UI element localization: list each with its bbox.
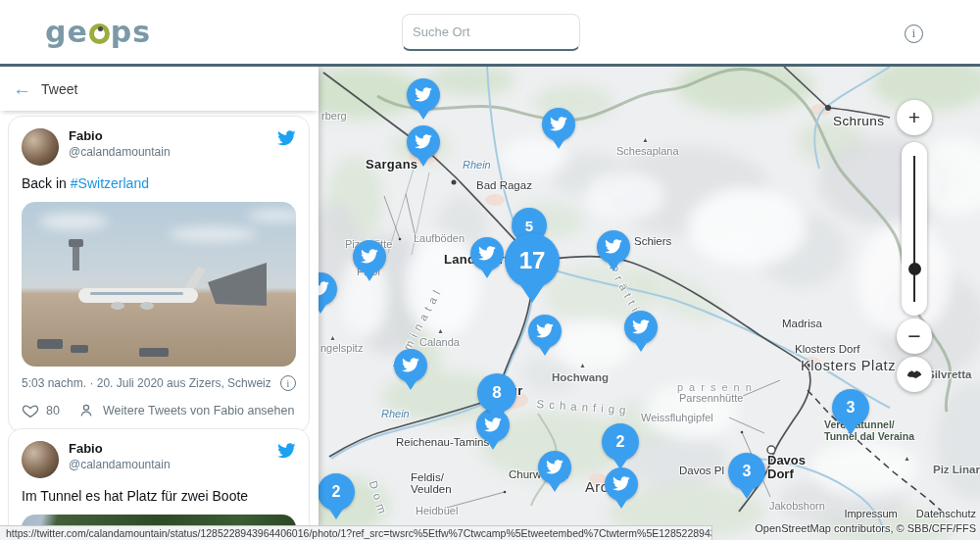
cluster-marker[interactable]: 3 <box>728 453 765 490</box>
browser-status-bar: https://twitter.com/calandamountain/stat… <box>0 525 712 540</box>
twitter-bird-icon <box>549 115 567 133</box>
map-label: Dom <box>368 479 391 519</box>
osm-copyright: OpenStreetMap contributors, © SBB/CFF/FF… <box>755 522 976 534</box>
map-label: ▲ <box>904 455 910 462</box>
app-header: geps <box>0 0 980 67</box>
twitter-bird-icon <box>414 132 432 151</box>
tweet-marker[interactable] <box>528 315 562 348</box>
hashtag-link[interactable]: #Switzerland <box>71 175 149 191</box>
avatar[interactable] <box>22 441 59 478</box>
map-annotation-layer: rbergSargansRheinBad RagazSchruns▲Schesa… <box>318 67 980 540</box>
cluster-count: 2 <box>332 483 341 501</box>
zoom-slider-track <box>913 156 915 302</box>
person-icon <box>77 402 95 419</box>
tweet-card[interactable]: Fabio @calandamountain Back in #Switzerl… <box>8 116 310 432</box>
map-label: Klosters Platz <box>801 358 896 373</box>
twitter-bird-icon <box>318 279 330 298</box>
map-canvas[interactable]: rbergSargansRheinBad RagazSchruns▲Schesa… <box>318 67 980 540</box>
map-label: ngelspitz <box>320 342 363 354</box>
map-label: Bad Ragaz <box>476 179 532 191</box>
info-button[interactable] <box>905 25 923 43</box>
tweet-author-handle: @calandamountain <box>69 457 276 472</box>
twitter-bird-icon <box>483 416 502 434</box>
cluster-count: 3 <box>847 399 856 417</box>
map-label: Madrisa <box>782 318 822 329</box>
zoom-slider[interactable] <box>902 142 927 316</box>
tweet-marker[interactable] <box>394 349 427 382</box>
tweet-marker[interactable] <box>542 108 575 141</box>
twitter-bird-icon <box>545 458 564 476</box>
zoom-slider-handle[interactable] <box>908 263 921 275</box>
tweet-marker[interactable] <box>353 240 386 273</box>
tweet-marker[interactable] <box>470 237 504 270</box>
tweet-timestamp: 5:03 nachm. · 20. Juli 2020 aus Zizers, … <box>22 376 271 390</box>
panel-header: ← Tweet <box>0 67 318 111</box>
cluster-marker[interactable]: 2 <box>602 423 639 461</box>
tweet-author-handle: @calandamountain <box>69 144 276 160</box>
map-label: Silvretta <box>927 368 971 380</box>
zoom-out-button[interactable]: − <box>897 319 932 354</box>
map-label: Klosters Dorf <box>795 343 859 355</box>
impressum-link[interactable]: Impressum <box>844 508 897 519</box>
map-label: Schruns <box>833 114 884 128</box>
cluster-marker[interactable]: 17 <box>505 233 560 288</box>
like-count: 80 <box>46 404 60 417</box>
like-heart-icon[interactable] <box>22 402 39 419</box>
tweet-marker[interactable] <box>407 78 440 112</box>
airplane <box>61 261 267 319</box>
fit-switzerland-button[interactable] <box>897 357 932 392</box>
map-label: Davos <box>767 453 806 467</box>
map-label: ▲ <box>579 362 586 368</box>
cluster-count: 17 <box>519 247 546 274</box>
info-icon[interactable] <box>280 375 296 391</box>
tweet-author-name: Fabio <box>69 128 276 144</box>
cluster-count: 2 <box>616 433 625 451</box>
cluster-marker[interactable]: 8 <box>477 373 516 413</box>
tweet-photo-airport[interactable] <box>22 202 296 367</box>
cluster-marker[interactable]: 2 <box>318 473 355 511</box>
back-button[interactable]: ← <box>13 79 31 98</box>
cluster-count: 5 <box>525 218 533 234</box>
twitter-bird-icon <box>612 474 630 493</box>
map-label: Tunnel dal Veraina <box>824 430 914 442</box>
tweet-marker[interactable] <box>407 125 440 159</box>
zoom-in-button[interactable]: + <box>897 100 932 135</box>
tweet-author-name: Fabio <box>69 441 276 457</box>
map-label: rberg <box>321 110 347 122</box>
minus-icon: − <box>907 323 920 350</box>
map-attribution: Impressum Datenschutz OpenStreetMap cont… <box>755 508 976 534</box>
tweet-marker[interactable] <box>318 272 337 306</box>
cluster-count: 8 <box>492 383 501 403</box>
map-label: Sargans <box>366 157 417 172</box>
tweet-marker[interactable] <box>538 451 571 484</box>
twitter-bird-icon <box>360 247 378 266</box>
map-label: Dorf <box>767 466 794 481</box>
tweet-card[interactable]: Fabio @calandamountain Im Tunnel es hat … <box>8 428 310 540</box>
twitter-bird-icon <box>535 321 554 340</box>
avatar[interactable] <box>22 128 59 166</box>
search-input[interactable] <box>413 25 585 39</box>
map-label: Rhein <box>381 408 410 419</box>
tweet-body: Back in #Switzerland <box>22 174 296 193</box>
datenschutz-link[interactable]: Datenschutz <box>916 508 976 519</box>
more-tweets-link[interactable]: Weitere Tweets von Fabio ansehen <box>103 404 295 417</box>
geops-map-app: rbergSargansRheinBad RagazSchruns▲Schesa… <box>0 0 980 540</box>
map-label: ▲ <box>437 327 444 334</box>
twitter-logo-icon[interactable] <box>276 441 296 461</box>
tweet-marker[interactable] <box>605 467 638 501</box>
map-label: Veulden <box>411 483 452 495</box>
map-label: Piz Linard <box>933 464 980 475</box>
tweet-body: Im Tunnel es hat Platz für zwei Boote <box>22 487 296 506</box>
tweet-marker[interactable] <box>624 311 658 344</box>
map-label: Calanda <box>419 336 460 348</box>
map-label: Parsennhütte <box>679 392 743 404</box>
map-label: Feldis/ <box>411 471 444 483</box>
tweet-marker[interactable] <box>597 230 630 264</box>
cluster-marker[interactable]: 3 <box>832 389 869 426</box>
geops-logo[interactable]: geps <box>45 14 151 51</box>
search-box[interactable] <box>402 14 580 51</box>
map-label: Schesaplana <box>616 145 679 157</box>
map-label: Weissfluhgipfel <box>641 412 713 423</box>
twitter-logo-icon[interactable] <box>276 128 296 148</box>
map-label: Schiers <box>634 235 671 247</box>
